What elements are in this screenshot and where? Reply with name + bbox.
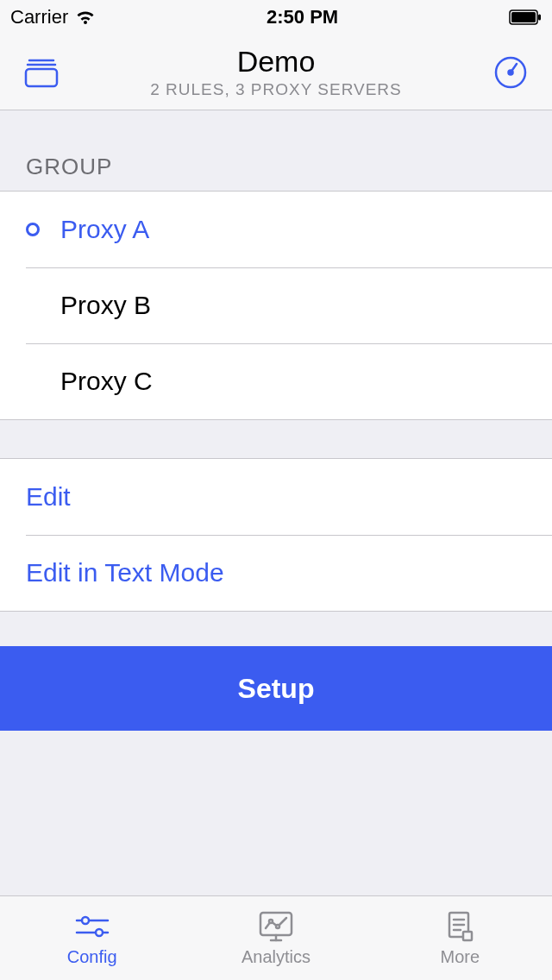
svg-point-8 [509, 70, 513, 74]
document-icon [442, 909, 477, 944]
gauge-icon [493, 55, 528, 90]
nav-left-button[interactable] [24, 55, 76, 90]
carrier-label: Carrier [10, 6, 68, 28]
svg-rect-2 [538, 15, 541, 21]
radio-selected-icon [26, 223, 40, 236]
svg-rect-22 [463, 932, 472, 940]
svg-rect-5 [26, 69, 57, 86]
svg-point-10 [82, 917, 89, 924]
status-time: 2:50 PM [267, 6, 338, 28]
selection-indicator [26, 223, 60, 236]
list-item[interactable]: Proxy C [0, 343, 552, 419]
section-header-group: GROUP [0, 110, 552, 191]
status-bar: Carrier 2:50 PM [0, 0, 552, 35]
list-item[interactable]: Proxy B [0, 267, 552, 343]
svg-point-12 [96, 929, 103, 936]
status-left: Carrier [10, 6, 96, 28]
nav-bar: Demo 2 RULES, 3 PROXY SERVERS [0, 35, 552, 110]
tab-analytics[interactable]: Analytics [184, 896, 367, 980]
page-subtitle: 2 RULES, 3 PROXY SERVERS [76, 80, 476, 99]
content: GROUP Proxy A Proxy B Proxy C Edit Edit … [0, 110, 552, 731]
tab-label: Analytics [242, 947, 310, 967]
status-right [509, 9, 542, 25]
tab-bar: Config Analytics More [0, 895, 552, 980]
svg-point-17 [276, 925, 279, 928]
proxy-list: Proxy A Proxy B Proxy C [0, 191, 552, 420]
list-item-label: Proxy B [60, 291, 151, 320]
list-item-label: Proxy A [60, 215, 149, 244]
nav-right-button[interactable] [476, 55, 528, 90]
action-label: Edit [26, 482, 71, 512]
action-label: Edit in Text Mode [26, 558, 224, 587]
setup-label: Setup [238, 673, 315, 705]
tab-config[interactable]: Config [0, 896, 184, 980]
svg-rect-1 [511, 12, 536, 22]
tab-label: More [441, 947, 480, 967]
wifi-icon [75, 9, 96, 26]
actions-list: Edit Edit in Text Mode [0, 458, 552, 612]
nav-center: Demo 2 RULES, 3 PROXY SERVERS [76, 45, 476, 99]
page-title: Demo [76, 45, 476, 79]
stack-icon [24, 55, 59, 90]
edit-button[interactable]: Edit [0, 459, 552, 535]
tab-label: Config [67, 947, 117, 967]
list-item[interactable]: Proxy A [0, 192, 552, 267]
battery-icon [509, 9, 542, 25]
tab-more[interactable]: More [368, 896, 552, 980]
svg-point-16 [269, 920, 273, 923]
monitor-chart-icon [257, 909, 295, 944]
edit-text-mode-button[interactable]: Edit in Text Mode [0, 535, 552, 611]
list-item-label: Proxy C [60, 367, 153, 396]
sliders-icon [73, 909, 111, 944]
setup-button[interactable]: Setup [0, 646, 552, 731]
